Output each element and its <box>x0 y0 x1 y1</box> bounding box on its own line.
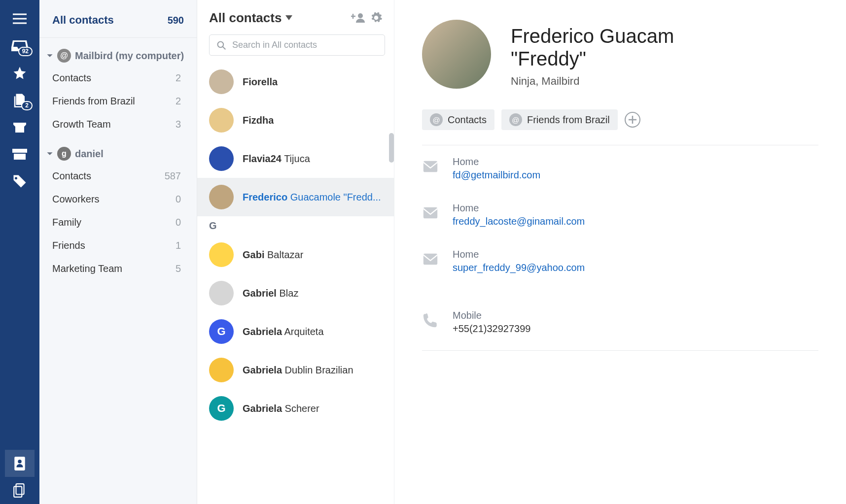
contact-avatar <box>209 242 234 267</box>
field-label: Home <box>453 156 540 168</box>
contact-name: Gabriela Dublin Brazilian <box>243 365 353 376</box>
search-icon <box>216 40 226 50</box>
contacts-list[interactable]: FiorellaFizdhaFlavia24 TijucaFrederico G… <box>197 63 394 504</box>
contact-name: Fiorella <box>243 76 278 88</box>
detail-tags-row: @ Contacts @ Friends from Brazil <box>422 109 846 130</box>
contact-name: Frederico Guacamole "Fredd... <box>243 192 381 203</box>
contact-row[interactable]: Gabriela Dublin Brazilian <box>197 351 394 389</box>
detail-name-line2: "Freddy" <box>511 47 674 70</box>
detail-name-line1: Frederico Guacam <box>511 25 674 47</box>
scrollbar-thumb[interactable] <box>389 133 394 163</box>
chevron-down-icon <box>46 150 53 157</box>
email-icon <box>422 204 439 221</box>
sidebar-item-friends-brazil-local[interactable]: Friends from Brazil 2 <box>39 90 197 113</box>
contact-row[interactable]: Fizdha <box>197 101 394 139</box>
svg-rect-3 <box>14 486 22 497</box>
contact-name: Gabriela Arquiteta <box>243 326 324 337</box>
add-contact-button[interactable] <box>350 9 367 27</box>
contact-row[interactable]: GGabriela Scherer <box>197 389 394 428</box>
mailbird-icon: @ <box>509 113 522 126</box>
tags-icon <box>12 174 27 189</box>
chevron-down-icon <box>46 52 53 59</box>
sidebar-item-count: 5 <box>176 263 181 274</box>
sidebar-item-label: Contacts <box>52 72 91 84</box>
svg-point-1 <box>18 459 22 463</box>
phone-icon <box>422 312 439 329</box>
email-row-1[interactable]: Home freddy_lacoste@ginamail.com <box>422 192 846 238</box>
hamburger-menu-button[interactable] <box>5 5 35 32</box>
google-account-icon: g <box>57 147 71 161</box>
trash-button[interactable] <box>5 113 35 140</box>
sidebar-item-friends-google[interactable]: Friends 1 <box>39 234 197 257</box>
search-field[interactable] <box>209 34 385 56</box>
svg-rect-8 <box>423 207 437 219</box>
sidebar-item-contacts-google[interactable]: Contacts 587 <box>39 165 197 188</box>
sidebar-item-count: 2 <box>176 96 181 107</box>
sidebar-item-family[interactable]: Family 0 <box>39 211 197 234</box>
tag-friends-brazil[interactable]: @ Friends from Brazil <box>501 109 618 130</box>
copy-button[interactable] <box>5 477 35 504</box>
sidebar-item-count: 1 <box>176 240 181 251</box>
contacts-header-dropdown[interactable]: All contacts <box>209 10 292 26</box>
folder-sidebar: All contacts 590 @ Mailbird (my computer… <box>39 0 197 504</box>
detail-avatar <box>422 20 491 89</box>
copy-icon <box>13 483 26 498</box>
field-value: super_freddy_99@yahoo.com <box>453 262 585 273</box>
sidebar-item-count: 2 <box>176 72 181 84</box>
mailbird-account-icon: @ <box>57 49 71 63</box>
add-tag-button[interactable] <box>625 112 640 128</box>
drafts-button[interactable]: 2 <box>5 86 35 113</box>
contact-row[interactable]: Frederico Guacamole "Fredd... <box>197 178 394 216</box>
icon-rail: 92 2 <box>0 0 39 504</box>
contact-avatar <box>209 69 234 94</box>
sidebar-item-growth-team[interactable]: Growth Team 3 <box>39 113 197 136</box>
contact-row[interactable]: GGabriela Arquiteta <box>197 312 394 351</box>
tags-button[interactable] <box>5 168 35 195</box>
detail-subtitle: Ninja, Mailbird <box>511 75 674 88</box>
search-wrapper <box>209 34 385 56</box>
sidebar-item-marketing-team[interactable]: Marketing Team 5 <box>39 257 197 280</box>
contacts-app-button[interactable] <box>5 450 35 477</box>
sidebar-item-count: 3 <box>176 119 181 130</box>
account-label: Mailbird (my computer) <box>75 50 184 62</box>
contact-name: Flavia24 Tijuca <box>243 153 310 165</box>
inbox-badge: 92 <box>18 47 33 56</box>
settings-button[interactable] <box>367 9 385 27</box>
contact-row[interactable]: Fiorella <box>197 63 394 101</box>
divider <box>422 350 818 351</box>
search-input[interactable] <box>232 40 378 50</box>
field-value: fd@getmailbird.com <box>453 169 540 181</box>
email-row-2[interactable]: Home super_freddy_99@yahoo.com <box>422 238 846 284</box>
sidebar-item-label: Friends from Brazil <box>52 96 135 107</box>
email-row-0[interactable]: Home fd@getmailbird.com <box>422 145 846 192</box>
sidebar-title-row[interactable]: All contacts 590 <box>39 7 197 38</box>
inbox-button[interactable]: 92 <box>5 32 35 59</box>
star-icon <box>12 66 27 80</box>
contact-name: Fizdha <box>243 115 274 126</box>
starred-button[interactable] <box>5 59 35 86</box>
tag-label: Contacts <box>448 114 487 126</box>
contacts-header-label: All contacts <box>209 10 282 26</box>
tag-contacts[interactable]: @ Contacts <box>422 109 494 130</box>
contact-row[interactable]: Gabriel Blaz <box>197 274 394 312</box>
contact-detail-pane: Frederico Guacam "Freddy" Ninja, Mailbir… <box>394 0 846 504</box>
contact-row[interactable]: Gabi Baltazar <box>197 235 394 274</box>
sidebar-item-coworkers[interactable]: Coworkers 0 <box>39 188 197 211</box>
contacts-column: All contacts FiorellaFizdhaFlavia24 Tiju… <box>197 0 394 504</box>
account-header-daniel[interactable]: g daniel <box>39 136 197 165</box>
contact-avatar <box>209 146 234 171</box>
field-label: Home <box>453 249 585 260</box>
address-book-icon <box>13 456 26 471</box>
contact-row[interactable]: Flavia24 Tijuca <box>197 139 394 178</box>
sidebar-item-contacts-local[interactable]: Contacts 2 <box>39 67 197 90</box>
account-label: daniel <box>75 148 104 160</box>
account-header-mailbird[interactable]: @ Mailbird (my computer) <box>39 38 197 67</box>
mailbird-icon: @ <box>430 113 443 126</box>
archive-button[interactable] <box>5 140 35 168</box>
svg-point-4 <box>358 13 363 18</box>
contact-avatar: G <box>209 319 234 344</box>
tray-icon <box>12 121 27 134</box>
phone-row[interactable]: Mobile +55(21)32927399 <box>422 299 846 345</box>
sidebar-title-count: 590 <box>168 15 184 26</box>
add-person-icon <box>351 12 366 24</box>
